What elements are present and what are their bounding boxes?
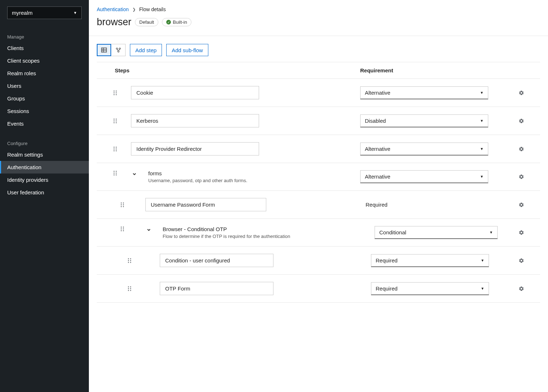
- page-title: browser: [97, 17, 131, 28]
- svg-point-50: [130, 262, 131, 263]
- realm-selector[interactable]: myrealm ▼: [7, 6, 82, 19]
- sidebar-item-identity-providers[interactable]: Identity providers: [0, 174, 89, 186]
- svg-point-16: [116, 118, 117, 120]
- sidebar-item-realm-settings[interactable]: Realm settings: [0, 148, 89, 161]
- diagram-icon: [116, 47, 121, 53]
- builtin-badge: ✓ Built-in: [162, 18, 191, 26]
- row-settings-button[interactable]: [518, 90, 540, 96]
- svg-point-25: [114, 150, 115, 151]
- row-settings-button[interactable]: [518, 118, 540, 124]
- requirement-static: Required: [366, 202, 518, 208]
- step-name-box: Condition - user configured: [160, 254, 273, 267]
- breadcrumb-root[interactable]: Authentication: [97, 6, 129, 12]
- requirement-select[interactable]: Disabled▼: [360, 114, 488, 127]
- svg-point-10: [116, 90, 117, 91]
- svg-point-47: [128, 260, 129, 261]
- caret-down-icon: ▼: [480, 147, 484, 151]
- requirement-select[interactable]: Conditional▼: [375, 226, 498, 239]
- nav-section-title: Manage: [0, 32, 89, 42]
- svg-point-17: [114, 120, 115, 121]
- svg-point-14: [116, 94, 117, 95]
- caret-down-icon: ▼: [480, 91, 484, 95]
- caret-down-icon: ▼: [481, 258, 484, 262]
- svg-point-53: [128, 288, 129, 289]
- svg-point-51: [128, 286, 129, 287]
- add-sub-flow-button[interactable]: Add sub-flow: [166, 44, 208, 56]
- view-toggle: [97, 44, 126, 56]
- sidebar-item-realm-roles[interactable]: Realm roles: [0, 67, 89, 80]
- flow-step-row: Username Password FormRequired: [97, 191, 540, 219]
- svg-point-30: [116, 173, 117, 174]
- svg-point-20: [116, 122, 117, 123]
- svg-point-52: [130, 286, 131, 287]
- sidebar-item-sessions[interactable]: Sessions: [0, 105, 89, 117]
- add-step-button[interactable]: Add step: [130, 44, 162, 56]
- sidebar-item-users[interactable]: Users: [0, 80, 89, 92]
- row-settings-button[interactable]: [518, 146, 540, 152]
- subflow-name: forms: [148, 170, 247, 176]
- row-settings-button[interactable]: [518, 202, 540, 208]
- sidebar-item-clients[interactable]: Clients: [0, 42, 89, 54]
- drag-handle-icon[interactable]: [120, 226, 127, 232]
- svg-point-41: [121, 229, 122, 230]
- sidebar-item-user-federation[interactable]: User federation: [0, 186, 89, 199]
- row-settings-button[interactable]: [518, 230, 540, 235]
- chevron-down-icon[interactable]: ⌄: [131, 170, 137, 175]
- sidebar-item-groups[interactable]: Groups: [0, 92, 89, 105]
- svg-point-22: [116, 147, 117, 148]
- svg-point-26: [116, 150, 117, 151]
- svg-point-55: [128, 290, 129, 291]
- drag-handle-icon[interactable]: [113, 146, 120, 152]
- svg-point-38: [123, 206, 124, 207]
- row-settings-button[interactable]: [518, 286, 540, 292]
- svg-point-18: [116, 120, 117, 121]
- nav-section-title: Configure: [0, 139, 89, 148]
- drag-handle-icon[interactable]: [113, 170, 120, 176]
- requirement-select[interactable]: Required▼: [371, 254, 489, 267]
- svg-rect-0: [101, 48, 107, 52]
- flow-table: Steps Requirement CookieAlternative▼Kerb…: [97, 62, 540, 303]
- requirement-select[interactable]: Alternative▼: [360, 143, 488, 156]
- flow-header: Steps Requirement: [97, 62, 540, 79]
- flow-step-row: CookieAlternative▼: [97, 79, 540, 107]
- chevron-right-icon: ❯: [132, 7, 136, 12]
- view-table-button[interactable]: [97, 44, 111, 56]
- flow-step-row: Identity Provider RedirectorAlternative▼: [97, 135, 540, 163]
- requirement-select[interactable]: Alternative▼: [360, 170, 488, 183]
- requirement-select[interactable]: Required▼: [371, 282, 489, 295]
- drag-handle-icon[interactable]: [120, 202, 127, 208]
- requirement-select[interactable]: Alternative▼: [360, 86, 488, 99]
- svg-point-23: [114, 148, 115, 149]
- svg-point-56: [130, 290, 131, 291]
- svg-point-34: [123, 202, 124, 203]
- drag-handle-icon[interactable]: [113, 118, 120, 124]
- svg-point-33: [121, 202, 122, 203]
- svg-point-24: [116, 148, 117, 149]
- col-steps-header: Steps: [97, 67, 360, 73]
- flow-step-row: OTP FormRequired▼: [97, 275, 540, 303]
- row-settings-button[interactable]: [518, 258, 540, 263]
- sidebar-item-client-scopes[interactable]: Client scopes: [0, 54, 89, 67]
- main: Authentication ❯ Flow details browser De…: [89, 0, 548, 392]
- drag-handle-icon[interactable]: [127, 258, 135, 263]
- svg-point-43: [121, 230, 122, 231]
- realm-name: myrealm: [12, 10, 33, 16]
- row-settings-button[interactable]: [518, 174, 540, 180]
- caret-down-icon: ▼: [481, 287, 484, 290]
- sidebar-item-authentication[interactable]: Authentication: [0, 161, 89, 174]
- drag-handle-icon[interactable]: [113, 90, 120, 96]
- sidebar-item-events[interactable]: Events: [0, 117, 89, 130]
- chevron-down-icon[interactable]: ⌄: [145, 226, 152, 231]
- caret-down-icon: ▼: [73, 11, 77, 15]
- svg-point-46: [130, 258, 131, 259]
- caret-down-icon: ▼: [489, 230, 493, 234]
- drag-handle-icon[interactable]: [127, 286, 135, 292]
- view-diagram-button[interactable]: [111, 44, 126, 56]
- svg-point-36: [123, 204, 124, 205]
- svg-point-28: [116, 171, 117, 172]
- svg-point-13: [114, 94, 115, 95]
- caret-down-icon: ▼: [480, 175, 484, 179]
- svg-point-54: [130, 288, 131, 289]
- nav-section-configure: Configure Realm settingsAuthenticationId…: [0, 139, 89, 199]
- svg-point-6: [118, 51, 119, 52]
